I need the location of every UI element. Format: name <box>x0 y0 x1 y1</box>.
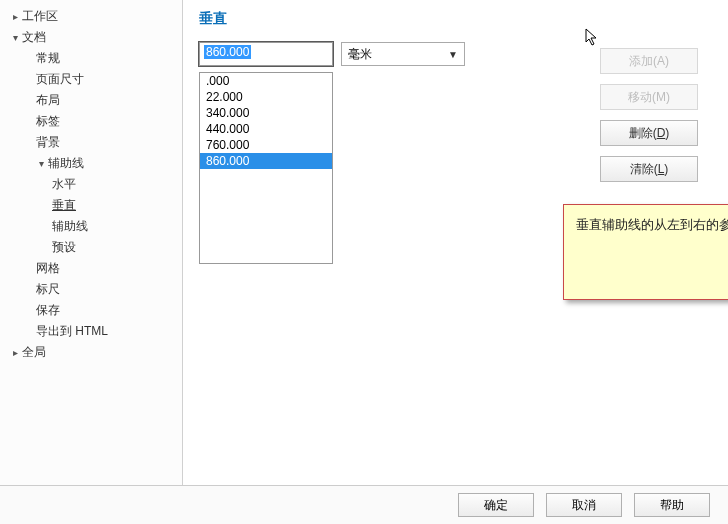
sidebar-item-label: 垂直 <box>52 198 76 212</box>
sidebar-item-label: 辅助线 <box>48 156 84 170</box>
sidebar-item-11[interactable]: 预设 <box>4 237 178 258</box>
value-input[interactable]: 860.000 <box>199 42 333 66</box>
add-button: 添加(A) <box>600 48 698 74</box>
clear-button[interactable]: 清除(L) <box>600 156 698 182</box>
sidebar-item-label: 工作区 <box>22 9 58 23</box>
sidebar-item-label: 导出到 HTML <box>36 324 108 338</box>
sidebar-item-label: 网格 <box>36 261 60 275</box>
sidebar-item-0[interactable]: ▸工作区 <box>4 6 178 27</box>
sidebar-item-4[interactable]: 布局 <box>4 90 178 111</box>
sidebar-item-3[interactable]: 页面尺寸 <box>4 69 178 90</box>
sidebar-item-5[interactable]: 标签 <box>4 111 178 132</box>
sidebar-item-6[interactable]: 背景 <box>4 132 178 153</box>
help-button[interactable]: 帮助 <box>634 493 710 517</box>
sidebar-item-label: 水平 <box>52 177 76 191</box>
sidebar-item-10[interactable]: 辅助线 <box>4 216 178 237</box>
sidebar-item-7[interactable]: ▾辅助线 <box>4 153 178 174</box>
sidebar-item-label: 标签 <box>36 114 60 128</box>
unit-select[interactable]: 毫米 ▼ <box>341 42 465 66</box>
chevron-down-icon: ▼ <box>448 49 458 60</box>
list-item[interactable]: 22.000 <box>200 89 332 105</box>
list-item[interactable]: .000 <box>200 73 332 89</box>
footer: 确定 取消 帮助 <box>0 486 728 524</box>
sidebar-item-13[interactable]: 标尺 <box>4 279 178 300</box>
sidebar-item-label: 布局 <box>36 93 60 107</box>
sidebar-item-label: 保存 <box>36 303 60 317</box>
sidebar-item-label: 常规 <box>36 51 60 65</box>
list-item[interactable]: 760.000 <box>200 137 332 153</box>
sidebar: ▸工作区▾文档常规页面尺寸布局标签背景▾辅助线水平垂直辅助线预设网格标尺保存导出… <box>0 0 183 485</box>
annotation-note: 垂直辅助线的从左到右的参数如图。 <box>563 204 728 300</box>
sidebar-item-label: 辅助线 <box>52 219 88 233</box>
list-item[interactable]: 340.000 <box>200 105 332 121</box>
ok-button[interactable]: 确定 <box>458 493 534 517</box>
sidebar-item-label: 文档 <box>22 30 46 44</box>
sidebar-item-8[interactable]: 水平 <box>4 174 178 195</box>
sidebar-item-2[interactable]: 常规 <box>4 48 178 69</box>
move-button: 移动(M) <box>600 84 698 110</box>
delete-button[interactable]: 删除(D) <box>600 120 698 146</box>
tree-arrow-icon: ▸ <box>10 11 20 22</box>
tree-arrow-icon: ▾ <box>10 32 20 43</box>
sidebar-item-9[interactable]: 垂直 <box>4 195 178 216</box>
cancel-button[interactable]: 取消 <box>546 493 622 517</box>
page-title: 垂直 <box>199 10 712 28</box>
tree-arrow-icon: ▸ <box>10 347 20 358</box>
sidebar-item-label: 背景 <box>36 135 60 149</box>
sidebar-item-1[interactable]: ▾文档 <box>4 27 178 48</box>
sidebar-item-16[interactable]: ▸全局 <box>4 342 178 363</box>
list-item[interactable]: 440.000 <box>200 121 332 137</box>
sidebar-item-label: 标尺 <box>36 282 60 296</box>
unit-select-value: 毫米 <box>348 46 372 63</box>
sidebar-item-label: 页面尺寸 <box>36 72 84 86</box>
values-listbox[interactable]: .00022.000340.000440.000760.000860.000 <box>199 72 333 264</box>
sidebar-item-14[interactable]: 保存 <box>4 300 178 321</box>
tree-arrow-icon: ▾ <box>36 158 46 169</box>
sidebar-item-label: 全局 <box>22 345 46 359</box>
list-item[interactable]: 860.000 <box>200 153 332 169</box>
sidebar-item-label: 预设 <box>52 240 76 254</box>
content-panel: 垂直 860.000 毫米 ▼ .00022.000340.000440.000… <box>183 0 728 485</box>
sidebar-item-15[interactable]: 导出到 HTML <box>4 321 178 342</box>
sidebar-item-12[interactable]: 网格 <box>4 258 178 279</box>
